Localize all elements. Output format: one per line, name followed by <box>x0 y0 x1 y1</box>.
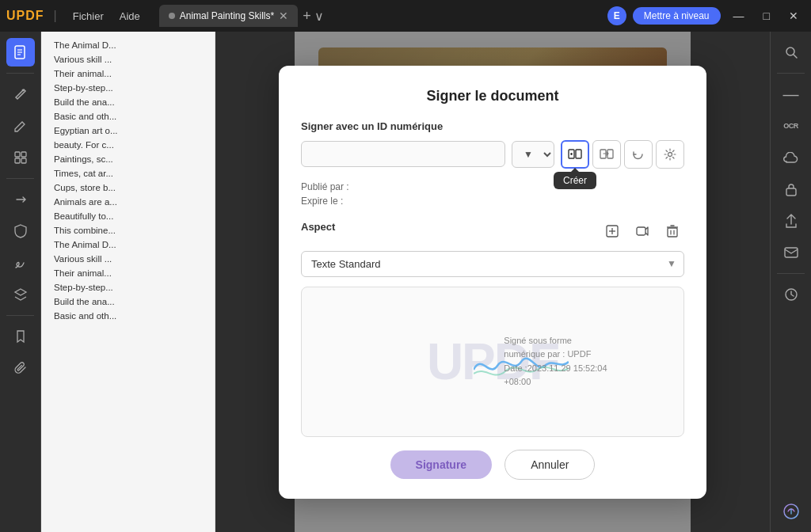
toc-item[interactable]: Their animal... <box>41 66 215 81</box>
refresh-button[interactable] <box>624 140 653 169</box>
toc-item[interactable]: Step-by-step... <box>41 81 215 95</box>
signature-preview: UPDF Signé sous forme numérique par : UP… <box>301 287 684 437</box>
svg-rect-26 <box>786 188 796 196</box>
modal-footer: Signature Annuler <box>301 450 684 480</box>
sidebar-icon-annotate[interactable] <box>6 112 35 140</box>
menu-aide[interactable]: Aide <box>113 7 147 25</box>
toc-item[interactable]: Basic and oth... <box>41 309 215 323</box>
modal-overlay: Signer le document Signer avec un ID num… <box>215 32 770 532</box>
app-logo: UPDF <box>6 9 44 23</box>
right-icon-search[interactable] <box>777 38 805 66</box>
svg-rect-4 <box>15 152 20 157</box>
right-divider-2 <box>777 273 805 274</box>
toc-item[interactable]: Various skill ... <box>41 252 215 266</box>
published-label: Publié par : <box>301 181 684 192</box>
aspect-label: Aspect <box>301 221 335 233</box>
signature-preview-text: Signé sous forme numérique par : UPDF Da… <box>504 333 607 389</box>
upgrade-button[interactable]: Mettre à niveau <box>633 7 721 25</box>
toc-item[interactable]: Cups, store b... <box>41 180 215 195</box>
id-input-wrapper <box>301 141 505 167</box>
toc-item[interactable]: Step-by-step... <box>41 280 215 294</box>
right-icon-cloud[interactable] <box>777 143 805 172</box>
sidebar-icon-convert[interactable] <box>6 185 35 214</box>
import-id-button[interactable] <box>592 140 621 169</box>
new-id-tooltip-wrapper: Créer <box>561 140 589 169</box>
toc-item[interactable]: Basic and oth... <box>41 109 215 124</box>
left-sidebar <box>0 32 41 532</box>
svg-rect-27 <box>785 248 798 257</box>
toc-item[interactable]: Beautifully to... <box>41 209 215 223</box>
tab-close-icon[interactable]: ✕ <box>279 10 288 22</box>
right-icon-mail[interactable] <box>777 238 805 267</box>
aspect-header: Aspect <box>301 219 684 243</box>
toc-item[interactable]: Paintings, sc... <box>41 152 215 166</box>
right-icon-history[interactable] <box>777 280 805 309</box>
toc-panel[interactable]: The Animal D... Various skill ... Their … <box>41 32 215 532</box>
upgrade-label: Mettre à niveau <box>644 10 710 21</box>
right-icon-ai[interactable] <box>777 497 805 526</box>
page-view: Animour d The Animal Drawing Guide aims … <box>215 32 770 532</box>
toc-item[interactable]: The Animal D... <box>41 38 215 52</box>
sidebar-icon-organize[interactable] <box>6 143 35 172</box>
toc-item[interactable]: The Animal D... <box>41 238 215 252</box>
titlebar-divider: | <box>54 9 57 23</box>
modal-title: Signer le document <box>301 88 684 104</box>
sig-text-line1: Signé sous forme <box>504 333 607 348</box>
titlebar-right: E Mettre à niveau — □ ✕ <box>607 6 805 25</box>
sidebar-icon-edit[interactable] <box>6 80 35 108</box>
sig-text-line4: +08:00 <box>504 375 607 390</box>
delete-aspect-button[interactable] <box>661 219 684 243</box>
sidebar-icon-bookmark[interactable] <box>6 322 35 351</box>
toc-item[interactable]: Animals are a... <box>41 195 215 209</box>
signature-button[interactable]: Signature <box>390 450 493 479</box>
right-icon-minus[interactable]: — <box>777 80 805 108</box>
id-dropdown[interactable]: ▼ <box>512 141 554 168</box>
toc-item[interactable]: Times, cat ar... <box>41 166 215 180</box>
active-tab[interactable]: Animal Painting Skills* ✕ <box>159 5 298 27</box>
toc-item[interactable]: This combine... <box>41 223 215 238</box>
sidebar-icon-document[interactable] <box>6 38 35 66</box>
id-action-icons: Créer <box>561 140 684 169</box>
tab-bar: Animal Painting Skills* ✕ + ∨ <box>159 5 601 27</box>
menu-bar: Fichier Aide <box>67 7 147 25</box>
toc-item[interactable]: Various skill ... <box>41 52 215 66</box>
sidebar-icon-protect[interactable] <box>6 217 35 245</box>
sidebar-divider-2 <box>6 178 35 179</box>
sidebar-divider-1 <box>6 73 35 74</box>
aspect-tools <box>600 219 684 243</box>
toc-item[interactable]: Build the ana... <box>41 294 215 309</box>
svg-rect-19 <box>668 228 677 237</box>
right-icon-ocr[interactable]: OCR <box>777 112 805 140</box>
titlebar: UPDF | Fichier Aide Animal Painting Skil… <box>0 0 811 32</box>
sidebar-icon-layers[interactable] <box>6 280 35 309</box>
svg-rect-9 <box>576 150 581 158</box>
aspect-select[interactable]: Texte Standard <box>301 251 684 277</box>
label-aspect-button[interactable] <box>630 219 654 243</box>
settings-button[interactable] <box>656 140 684 169</box>
right-icon-lock[interactable] <box>777 175 805 203</box>
close-button[interactable]: ✕ <box>782 10 805 22</box>
sig-text-line2: numérique par : UPDF <box>504 348 607 362</box>
svg-line-25 <box>794 55 797 58</box>
doc-content: The Animal D... Various skill ... Their … <box>41 32 770 532</box>
add-aspect-button[interactable] <box>600 219 624 243</box>
cancel-button[interactable]: Annuler <box>504 450 595 480</box>
sidebar-icon-attachment[interactable] <box>6 354 35 382</box>
toc-item[interactable]: Their animal... <box>41 266 215 280</box>
tab-dropdown-icon[interactable]: ∨ <box>314 9 324 24</box>
toc-item[interactable]: Build the ana... <box>41 95 215 109</box>
toc-item[interactable]: Egyptian art o... <box>41 124 215 138</box>
minimize-button[interactable]: — <box>727 10 751 22</box>
svg-rect-6 <box>15 158 20 163</box>
new-id-button[interactable] <box>561 140 589 169</box>
sidebar-icon-sign[interactable] <box>6 249 35 277</box>
right-icon-share[interactable] <box>777 207 805 235</box>
toc-item[interactable]: beauty. For c... <box>41 138 215 152</box>
sig-text-line3: Date :2023.11.29 15:52:04 <box>504 362 607 376</box>
menu-fichier[interactable]: Fichier <box>67 7 110 25</box>
new-tab-icon[interactable]: + <box>303 8 311 25</box>
maximize-button[interactable]: □ <box>757 10 776 22</box>
svg-point-14 <box>668 152 672 156</box>
sidebar-divider-3 <box>6 315 35 316</box>
digital-id-input[interactable] <box>301 141 505 167</box>
